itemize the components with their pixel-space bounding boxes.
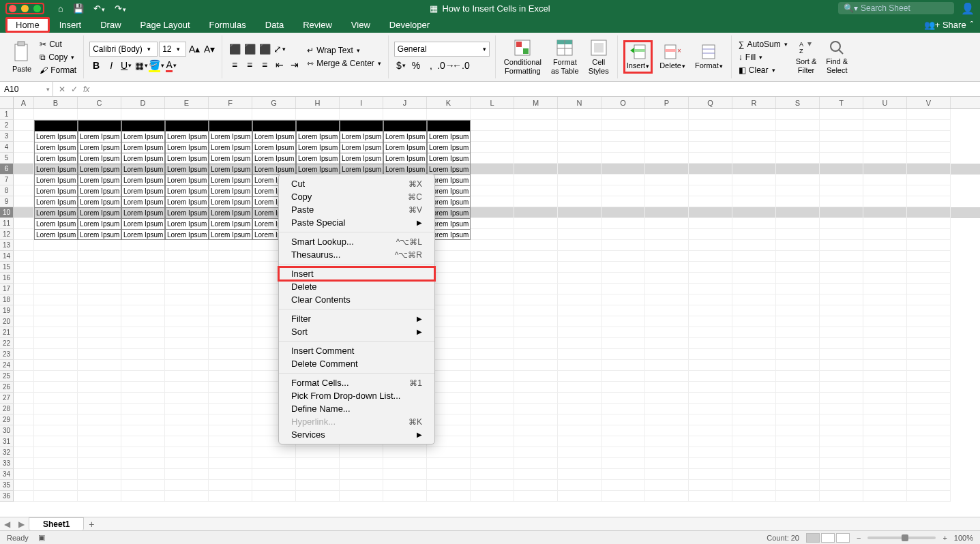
cell[interactable]: [14, 480, 34, 491]
cell[interactable]: [209, 305, 252, 316]
cell[interactable]: Lorem Ipsum: [209, 218, 252, 229]
cell[interactable]: [863, 175, 907, 185]
cell[interactable]: [14, 207, 34, 218]
cell[interactable]: [863, 393, 907, 404]
cell[interactable]: [689, 414, 732, 425]
cell[interactable]: [907, 393, 951, 404]
cell[interactable]: [209, 273, 252, 284]
cell[interactable]: Lorem Ipsum: [78, 131, 121, 142]
ctx-insert-comment[interactable]: Insert Comment: [279, 344, 434, 357]
cell[interactable]: [209, 382, 252, 393]
cell[interactable]: [863, 338, 907, 349]
cell[interactable]: [602, 349, 645, 360]
cell[interactable]: Lorem Ipsum: [34, 142, 78, 153]
cell[interactable]: [427, 109, 471, 120]
cell[interactable]: [602, 469, 645, 480]
cell[interactable]: Lorem Ipsum: [383, 131, 427, 142]
cell[interactable]: [776, 218, 820, 229]
cell[interactable]: [907, 153, 951, 164]
cell[interactable]: [14, 447, 34, 458]
bold-button[interactable]: B: [89, 59, 103, 72]
cell[interactable]: Lorem Ipsum: [78, 142, 121, 153]
cell[interactable]: [209, 458, 252, 469]
row-header[interactable]: 2: [0, 120, 14, 131]
cell[interactable]: [514, 109, 558, 120]
normal-view-icon[interactable]: [806, 533, 820, 543]
cell[interactable]: [209, 240, 252, 251]
cell[interactable]: [732, 371, 776, 382]
cell[interactable]: [558, 480, 602, 491]
cell[interactable]: [863, 273, 907, 284]
cell[interactable]: [602, 316, 645, 327]
cell[interactable]: [776, 447, 820, 458]
col-header[interactable]: K: [427, 97, 471, 108]
cell[interactable]: [907, 382, 951, 393]
cell[interactable]: [732, 469, 776, 480]
cell[interactable]: [602, 120, 645, 131]
cell[interactable]: [14, 371, 34, 382]
cell[interactable]: [34, 109, 78, 120]
cell[interactable]: [514, 425, 558, 436]
cell[interactable]: [514, 469, 558, 480]
cell[interactable]: [907, 229, 951, 240]
cell[interactable]: Lorem Ipsum: [427, 153, 471, 164]
cell[interactable]: [514, 393, 558, 404]
cell[interactable]: [296, 469, 340, 480]
cell[interactable]: [820, 218, 863, 229]
cell[interactable]: [907, 131, 951, 142]
cell[interactable]: [340, 447, 383, 458]
cell[interactable]: [471, 316, 514, 327]
col-header[interactable]: Q: [689, 97, 732, 108]
cell[interactable]: [689, 153, 732, 164]
row-header[interactable]: 12: [0, 229, 14, 240]
cell[interactable]: [340, 491, 383, 502]
cell[interactable]: [14, 196, 34, 207]
row-header[interactable]: 20: [0, 316, 14, 327]
cell[interactable]: [776, 414, 820, 425]
tab-developer[interactable]: Developer: [380, 18, 439, 32]
cell[interactable]: [689, 120, 732, 131]
row-header[interactable]: 26: [0, 382, 14, 393]
cell[interactable]: [645, 273, 689, 284]
cell[interactable]: [165, 284, 209, 294]
cell[interactable]: [471, 425, 514, 436]
cell[interactable]: [165, 338, 209, 349]
col-header[interactable]: D: [121, 97, 165, 108]
cell[interactable]: [689, 273, 732, 284]
cell[interactable]: [165, 414, 209, 425]
cell[interactable]: Lorem Ipsum: [209, 175, 252, 185]
cell[interactable]: [121, 305, 165, 316]
cell[interactable]: Lorem Ipsum: [78, 164, 121, 175]
row-header[interactable]: 21: [0, 327, 14, 338]
cell[interactable]: [471, 371, 514, 382]
cell[interactable]: [863, 196, 907, 207]
cell[interactable]: [78, 436, 121, 447]
wrap-text-button[interactable]: ↵Wrap Text▾: [306, 45, 383, 56]
cell[interactable]: [14, 458, 34, 469]
cell[interactable]: [558, 447, 602, 458]
cell[interactable]: [689, 185, 732, 196]
window-controls[interactable]: [5, 3, 44, 14]
cell[interactable]: [252, 491, 296, 502]
format-painter-button[interactable]: 🖌Format: [38, 65, 78, 76]
share-button[interactable]: 👥+ Share: [924, 20, 966, 30]
cell[interactable]: [863, 480, 907, 491]
conditional-formatting-button[interactable]: Conditional Formatting: [501, 37, 544, 76]
cell[interactable]: [776, 382, 820, 393]
cell[interactable]: [863, 414, 907, 425]
cell[interactable]: [514, 185, 558, 196]
cell[interactable]: Lorem Ipsum: [121, 218, 165, 229]
cell[interactable]: [863, 284, 907, 294]
cell[interactable]: [514, 273, 558, 284]
cell[interactable]: Lorem Ipsum: [121, 142, 165, 153]
worksheet-grid[interactable]: ABCDEFGHIJKLMNOPQRSTUV 123Lorem IpsumLor…: [0, 97, 980, 517]
cell[interactable]: [602, 109, 645, 120]
cell[interactable]: [645, 480, 689, 491]
col-header[interactable]: C: [78, 97, 121, 108]
col-header[interactable]: G: [252, 97, 296, 108]
cell[interactable]: [78, 469, 121, 480]
cell[interactable]: [471, 207, 514, 218]
cell[interactable]: Lorem Ipsum: [34, 229, 78, 240]
cell[interactable]: [471, 327, 514, 338]
cell[interactable]: [558, 273, 602, 284]
